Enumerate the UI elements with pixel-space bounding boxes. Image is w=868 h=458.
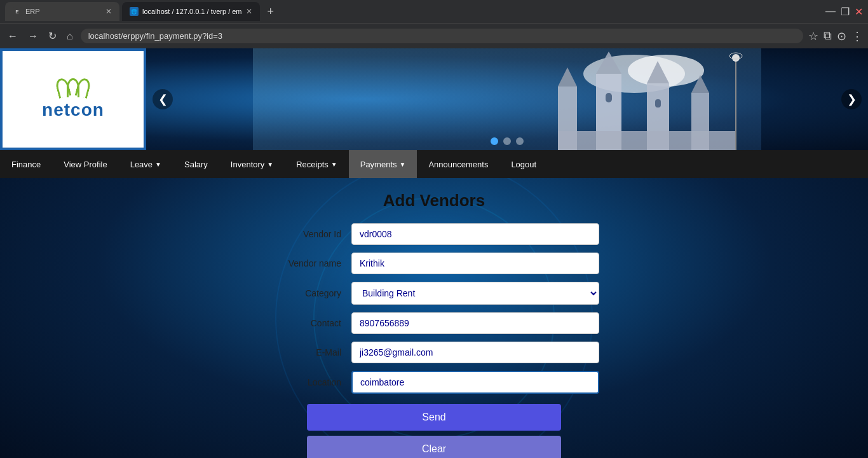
receipts-dropdown-icon: ▼ bbox=[331, 161, 337, 168]
location-input[interactable] bbox=[351, 371, 599, 394]
extensions-icon[interactable]: ⧉ bbox=[824, 29, 832, 43]
tab-localhost-close[interactable]: ✕ bbox=[246, 7, 252, 16]
banner-section: ❮ ❯ bbox=[146, 48, 868, 150]
carousel-dots bbox=[491, 137, 524, 145]
nav-item-salary[interactable]: Salary bbox=[173, 150, 219, 178]
nav-menu: Finance View Profile Leave ▼ Salary Inve… bbox=[0, 150, 868, 178]
vendor-id-label: Vendor Id bbox=[269, 229, 351, 239]
vendor-name-input[interactable] bbox=[351, 253, 599, 274]
carousel-dot-3[interactable] bbox=[516, 137, 524, 145]
back-button[interactable]: ← bbox=[5, 28, 20, 45]
tab-localhost-favicon: 🌐 bbox=[130, 7, 139, 16]
contact-input[interactable] bbox=[351, 312, 599, 334]
svg-point-15 bbox=[732, 54, 740, 62]
browser-chrome: E ERP ✕ 🌐 localhost / 127.0.0.1 / tverp … bbox=[0, 0, 868, 48]
leave-dropdown-icon: ▼ bbox=[155, 161, 161, 168]
svg-rect-11 bbox=[558, 131, 736, 150]
vendor-id-row: Vendor Id bbox=[269, 223, 599, 245]
nav-item-inventory[interactable]: Inventory ▼ bbox=[219, 150, 285, 178]
nav-item-announcements[interactable]: Announcements bbox=[417, 150, 499, 178]
new-tab-button[interactable]: + bbox=[262, 5, 280, 18]
logo-section: netcon bbox=[0, 48, 146, 150]
location-label: Location bbox=[269, 377, 351, 387]
send-button[interactable]: Send bbox=[307, 404, 561, 431]
window-controls: — ❐ ✕ bbox=[825, 6, 863, 18]
page-content: netcon bbox=[0, 48, 868, 458]
contact-row: Contact bbox=[269, 312, 599, 334]
tab-erp-favicon: E bbox=[13, 7, 22, 16]
restore-icon[interactable]: ❐ bbox=[841, 6, 850, 18]
nav-item-payments[interactable]: Payments ▼ bbox=[349, 150, 417, 178]
refresh-button[interactable]: ↻ bbox=[46, 27, 59, 45]
nav-item-view-profile[interactable]: View Profile bbox=[52, 150, 118, 178]
clear-button[interactable]: Clear bbox=[307, 436, 561, 458]
email-input[interactable] bbox=[351, 342, 599, 363]
email-row: E-Mail bbox=[269, 342, 599, 363]
contact-label: Contact bbox=[269, 318, 351, 328]
bookmark-icon[interactable]: ☆ bbox=[808, 29, 818, 43]
form-box: Vendor Id Vendor name Category Building … bbox=[269, 223, 599, 458]
svg-rect-13 bbox=[655, 99, 661, 108]
vendor-name-row: Vendor name bbox=[269, 253, 599, 274]
logo-arches bbox=[42, 78, 104, 97]
tab-erp-title: ERP bbox=[25, 8, 102, 15]
inventory-dropdown-icon: ▼ bbox=[267, 161, 273, 168]
email-label: E-Mail bbox=[269, 347, 351, 357]
profile-icon[interactable]: ⊙ bbox=[837, 29, 846, 43]
tab-localhost[interactable]: 🌐 localhost / 127.0.0.1 / tverp / em ✕ bbox=[122, 2, 260, 21]
category-row: Category Building Rent Equipment Service… bbox=[269, 282, 599, 305]
vendor-id-input[interactable] bbox=[351, 223, 599, 245]
home-button[interactable]: ⌂ bbox=[64, 28, 76, 45]
vendor-name-label: Vendor name bbox=[269, 258, 351, 268]
banner-illustration bbox=[146, 48, 868, 150]
tab-bar: E ERP ✕ 🌐 localhost / 127.0.0.1 / tverp … bbox=[0, 0, 868, 23]
forward-button[interactable]: → bbox=[25, 28, 41, 45]
category-label: Category bbox=[269, 288, 351, 298]
carousel-dot-1[interactable] bbox=[491, 137, 498, 145]
nav-item-leave[interactable]: Leave ▼ bbox=[119, 150, 173, 178]
form-buttons: Send Clear bbox=[269, 404, 599, 458]
tab-erp[interactable]: E ERP ✕ bbox=[5, 2, 119, 21]
svg-rect-12 bbox=[606, 93, 612, 102]
payments-dropdown-icon: ▼ bbox=[400, 161, 406, 168]
nav-item-logout[interactable]: Logout bbox=[499, 150, 548, 178]
carousel-dot-2[interactable] bbox=[503, 137, 511, 145]
logo-text: netcon bbox=[42, 100, 104, 120]
carousel-prev-button[interactable]: ❮ bbox=[153, 89, 173, 109]
address-input[interactable] bbox=[81, 29, 803, 43]
tab-erp-close[interactable]: ✕ bbox=[105, 7, 112, 16]
browser-actions: ☆ ⧉ ⊙ ⋮ bbox=[808, 29, 863, 43]
tab-localhost-title: localhost / 127.0.0.1 / tverp / em bbox=[142, 8, 242, 15]
nav-item-receipts[interactable]: Receipts ▼ bbox=[285, 150, 348, 178]
carousel-next-button[interactable]: ❯ bbox=[841, 89, 862, 109]
nav-item-finance[interactable]: Finance bbox=[0, 150, 52, 178]
header-area: netcon bbox=[0, 48, 868, 150]
location-row: Location bbox=[269, 371, 599, 394]
category-select[interactable]: Building Rent Equipment Services Materia… bbox=[351, 282, 599, 305]
minimize-icon[interactable]: — bbox=[825, 6, 836, 17]
form-title: Add Vendors bbox=[383, 191, 485, 211]
address-bar-row: ← → ↻ ⌂ ☆ ⧉ ⊙ ⋮ bbox=[0, 23, 868, 48]
main-content: Add Vendors Vendor Id Vendor name Catego… bbox=[0, 178, 868, 458]
close-icon[interactable]: ✕ bbox=[855, 6, 863, 18]
form-container: Add Vendors Vendor Id Vendor name Catego… bbox=[0, 178, 868, 458]
menu-icon[interactable]: ⋮ bbox=[851, 29, 863, 43]
